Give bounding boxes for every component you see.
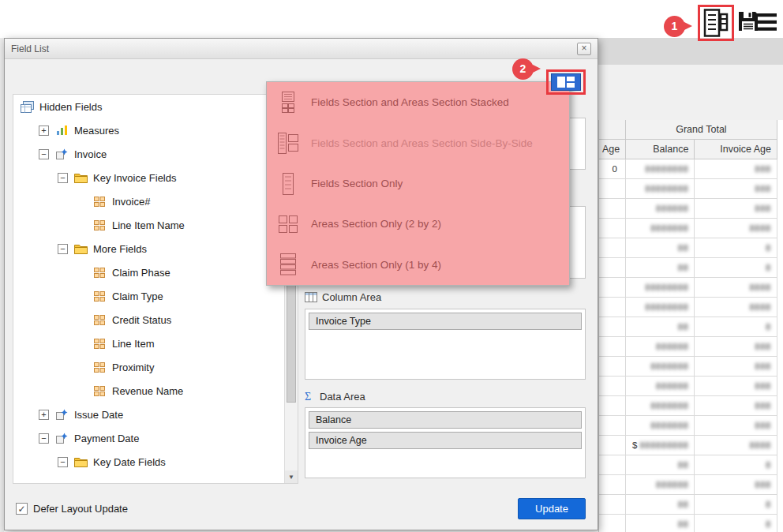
svg-text:Σ: Σ — [305, 391, 311, 403]
grid-clipped-cell — [599, 298, 626, 317]
annotation-step-1-number: 1 — [672, 20, 678, 32]
tree-item[interactable]: +Issue Date — [13, 403, 283, 426]
defer-layout-update-checkbox[interactable]: ✓ Defer Layout Update — [16, 503, 128, 515]
redacted-value: 888888 — [656, 342, 688, 351]
tree-item-label: Issue Date — [74, 409, 123, 421]
grid-row: 888888888 — [599, 337, 777, 357]
field-chip[interactable]: Balance — [309, 411, 582, 429]
hamburger-menu-icon[interactable] — [755, 13, 777, 31]
field-chip[interactable]: Invoice Type — [309, 313, 582, 330]
redacted-value: 888 — [755, 421, 771, 430]
layout-menu-item[interactable]: Areas Section Only (1 by 4) — [267, 245, 569, 285]
app-background-band2 — [598, 65, 783, 120]
grid-row: 888 — [599, 258, 777, 278]
grid-balance-cell: 88888888 — [626, 179, 695, 199]
tree-item[interactable]: Credit Status — [13, 308, 283, 332]
field-list-button-highlight-box — [698, 5, 734, 41]
hidden-fields-icon — [20, 101, 34, 113]
layout-menu-item[interactable]: Fields Section and Areas Section Side-By… — [267, 122, 569, 163]
redacted-value: 888 — [755, 480, 771, 489]
tree-item[interactable]: Revenue Name — [13, 379, 283, 403]
redacted-value: 8888 — [749, 440, 771, 450]
column-area-label: Column Area — [305, 291, 381, 303]
redacted-value: 888 — [755, 204, 771, 213]
tree-item[interactable]: Claim Phase — [13, 260, 283, 284]
field-icon — [92, 315, 107, 325]
tree-item-label: Measures — [74, 125, 119, 137]
annotation-arrow-icon — [684, 22, 692, 30]
grid-balance-cell: 888888 — [626, 475, 695, 495]
layout-menu-item-label: Areas Section Only (2 by 2) — [311, 218, 441, 230]
grid-clipped-cell — [599, 199, 626, 219]
tree-item[interactable]: Hidden Fields — [13, 95, 283, 118]
redacted-value: 888 — [755, 381, 771, 391]
expand-icon[interactable]: + — [39, 410, 49, 420]
layout-selector-button[interactable] — [551, 73, 581, 91]
grid-balance-cell: 888888 — [626, 377, 695, 396]
grid-invoice-age-cell: 888 — [695, 179, 777, 199]
collapse-icon[interactable]: − — [58, 244, 68, 254]
grid-balance-header: Balance — [626, 140, 695, 159]
layout-menu-item[interactable]: Fields Section Only — [267, 163, 569, 204]
field-list-icon[interactable] — [703, 9, 729, 37]
annotation-step-1: 1 — [664, 16, 685, 37]
tree-item-label: Key Invoice Fields — [93, 172, 177, 184]
sigma-icon: Σ — [305, 390, 315, 403]
layout-selector-icon — [556, 76, 575, 88]
tree-item-label: Credit Status — [112, 314, 171, 326]
tree-item[interactable]: Line Item — [13, 332, 283, 355]
tree-item[interactable]: −Invoice — [13, 142, 283, 166]
redacted-value: 8 — [766, 519, 771, 529]
collapse-icon[interactable]: − — [58, 173, 68, 183]
redacted-value: 8 — [766, 460, 771, 470]
checkbox-checked-icon[interactable]: ✓ — [16, 503, 28, 515]
redacted-value: 888 — [755, 342, 771, 351]
layout-menu-item[interactable]: Fields Section and Areas Section Stacked — [267, 82, 569, 122]
tree-item[interactable]: −Key Date Fields — [13, 450, 283, 474]
column-area-box[interactable]: Invoice Type — [305, 309, 586, 380]
currency-prefix: $ — [632, 440, 637, 450]
measures-icon — [54, 125, 69, 136]
annotation-arrow-icon — [533, 65, 541, 73]
grid-invoice-age-cell: 888 — [695, 396, 777, 416]
update-button[interactable]: Update — [518, 498, 586, 519]
grid-balance-cell: 88 — [626, 317, 695, 337]
grid-clipped-cell — [599, 357, 626, 377]
layout-menu-item[interactable]: Areas Section Only (2 by 2) — [267, 204, 569, 244]
tree-item[interactable]: Proximity — [13, 355, 283, 379]
tree-item-label: Line Item — [112, 338, 154, 350]
tree-item[interactable]: Claim Type — [13, 284, 283, 308]
grid-invoice-age-cell: 8 — [695, 495, 777, 515]
grid-invoice-age-cell: 8 — [695, 317, 777, 337]
scroll-down-icon[interactable]: ▼ — [285, 470, 298, 483]
close-icon[interactable]: × — [577, 43, 591, 55]
defer-layout-update-label: Defer Layout Update — [33, 503, 128, 515]
data-area-box[interactable]: BalanceInvoice Age — [305, 407, 586, 478]
tree-item[interactable]: −Payment Date — [13, 426, 283, 450]
tree-item-label: Key Date Fields — [93, 456, 166, 468]
expand-icon[interactable]: + — [39, 126, 49, 136]
redacted-value: 8888888 — [650, 401, 688, 410]
tree-item-label: More Fields — [93, 243, 147, 255]
tree-item[interactable]: −More Fields — [13, 237, 283, 260]
layout-stacked-icon — [277, 92, 299, 114]
redacted-value: 88 — [678, 460, 689, 470]
grid-row: 8888888888 — [599, 357, 777, 377]
tree-item[interactable]: Line Item Name — [13, 213, 283, 237]
annotation-step-2-number: 2 — [520, 62, 526, 75]
tree-item[interactable]: Invoice# — [13, 189, 283, 213]
tree-item[interactable]: +Measures — [13, 118, 283, 142]
tree-item[interactable]: −Key Invoice Fields — [13, 166, 283, 189]
collapse-icon[interactable]: − — [39, 149, 49, 159]
redacted-value: 8888888 — [650, 362, 688, 371]
grid-clipped-cell — [599, 179, 626, 199]
field-chip[interactable]: Invoice Age — [309, 432, 582, 449]
grid-balance-cell: 88888888 — [626, 298, 695, 317]
dialog-titlebar[interactable]: Field List × — [5, 39, 598, 59]
collapse-icon[interactable]: − — [39, 433, 49, 444]
collapse-icon[interactable]: − — [58, 457, 68, 467]
fields-tree-rows: Hidden Fields+Measures−Invoice−Key Invoi… — [13, 95, 283, 474]
grid-clipped-cell — [599, 377, 626, 396]
grid-clipped-cell — [599, 337, 626, 357]
layout-menu-item-label: Fields Section and Areas Section Stacked — [311, 96, 509, 108]
